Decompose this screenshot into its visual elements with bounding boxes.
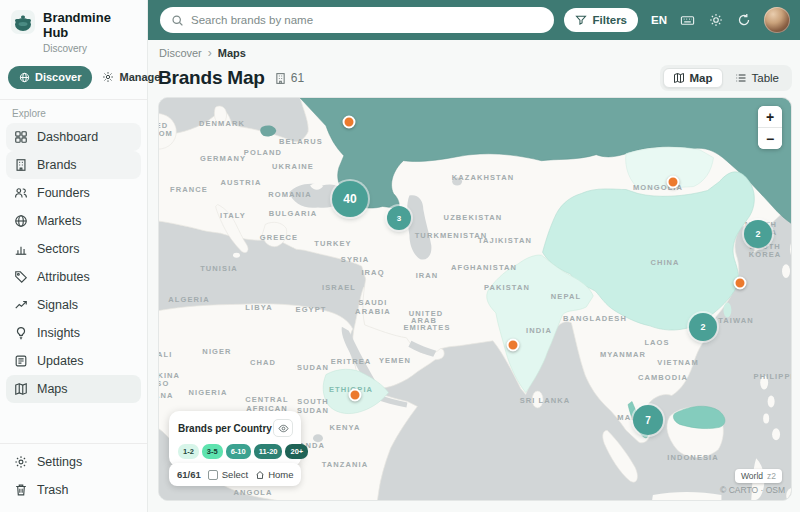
brand-point-marker[interactable] — [734, 277, 747, 290]
app-brand: Brandmine Hub Discovery — [0, 0, 147, 58]
tag-icon — [13, 269, 28, 284]
gear-icon — [102, 71, 114, 83]
home-button[interactable]: Home — [255, 469, 293, 480]
sidebar-item-insights[interactable]: Insights — [6, 319, 141, 347]
legend-class-chip[interactable]: 1-2 — [178, 444, 199, 459]
eye-icon — [278, 423, 289, 434]
scope-label: World — [741, 471, 763, 481]
legend-classes: 1-23-56-1011-2020+ — [178, 444, 293, 459]
keyboard-icon[interactable] — [680, 13, 695, 28]
filters-label: Filters — [593, 14, 628, 26]
sidebar-item-label: Trash — [37, 483, 69, 497]
sidebar-item-trash[interactable]: Trash — [6, 476, 141, 504]
brand-point-marker[interactable] — [667, 176, 680, 189]
sidebar-footer: Settings Trash — [0, 448, 147, 512]
map-icon — [673, 72, 685, 84]
select-toggle[interactable]: Select — [208, 469, 248, 480]
sidebar-item-label: Settings — [37, 455, 82, 469]
brands-map[interactable]: UNITEDKINGDOMDENMARKPOLANDBELARUSGERMANY… — [158, 97, 792, 501]
cluster-marker[interactable]: 2 — [744, 220, 772, 248]
map-view-button[interactable]: Map — [663, 68, 723, 88]
cluster-marker[interactable]: 7 — [633, 405, 663, 435]
legend-class-chip[interactable]: 20+ — [285, 444, 308, 459]
globe-icon — [19, 72, 30, 83]
sidebar-nav: Dashboard Brands Founders Markets Sector… — [0, 121, 147, 405]
refresh-icon[interactable] — [736, 13, 751, 28]
map-view-label: Map — [690, 72, 713, 84]
legend-visibility-button[interactable] — [273, 419, 293, 437]
legend-class-chip[interactable]: 3-5 — [202, 444, 223, 459]
user-avatar[interactable] — [764, 7, 790, 33]
sidebar-item-label: Updates — [37, 354, 84, 368]
zoom-out-button[interactable]: − — [758, 128, 782, 149]
app-subtitle: Discovery — [43, 43, 137, 54]
search-box[interactable] — [160, 7, 554, 33]
discover-mode-button[interactable]: Discover — [8, 66, 92, 89]
globe-icon — [13, 213, 28, 228]
topbar: Filters EN — [148, 0, 800, 40]
sidebar-item-label: Founders — [37, 186, 90, 200]
map-status-bar: 61/61 Select Home — [169, 463, 301, 486]
legend-title: Brands per Country — [178, 423, 272, 434]
trend-icon — [13, 297, 28, 312]
grid-icon — [13, 129, 28, 144]
sidebar-item-founders[interactable]: Founders — [6, 179, 141, 207]
funnel-icon — [575, 14, 587, 26]
building-icon — [13, 157, 28, 172]
search-input[interactable] — [191, 14, 543, 26]
gear-icon — [13, 455, 28, 470]
legend-class-chip[interactable]: 11-20 — [254, 444, 283, 459]
divider — [0, 99, 147, 100]
cluster-marker[interactable]: 2 — [689, 313, 717, 341]
content-area: Discover › Maps Brands Map 61 Map — [148, 40, 800, 512]
sidebar-item-label: Markets — [37, 214, 81, 228]
sidebar-item-label: Signals — [37, 298, 78, 312]
breadcrumb-maps: Maps — [218, 47, 246, 59]
table-view-button[interactable]: Table — [725, 68, 790, 88]
sidebar-item-brands[interactable]: Brands — [6, 151, 141, 179]
cluster-marker[interactable]: 40 — [332, 181, 368, 217]
breadcrumb-discover[interactable]: Discover — [159, 47, 202, 59]
brand-point-marker[interactable] — [349, 389, 362, 402]
search-icon — [171, 14, 184, 27]
brand-count-badge: 61 — [274, 71, 304, 85]
lightbulb-icon — [13, 325, 28, 340]
zoom-level: z2 — [767, 471, 776, 481]
sidebar-item-label: Dashboard — [37, 130, 98, 144]
theme-sun-icon[interactable] — [708, 13, 723, 28]
app-name: Brandmine Hub — [43, 9, 137, 41]
select-checkbox[interactable] — [208, 470, 218, 480]
brand-point-marker[interactable] — [343, 116, 356, 129]
zoom-in-button[interactable]: + — [758, 106, 782, 127]
sidebar-item-markets[interactable]: Markets — [6, 207, 141, 235]
list-icon — [735, 72, 747, 84]
divider — [0, 443, 147, 444]
home-label: Home — [268, 469, 293, 480]
select-label: Select — [222, 469, 248, 480]
sidebar-item-settings[interactable]: Settings — [6, 448, 141, 476]
map-scope-badge: World z2 — [735, 469, 782, 483]
sidebar-item-updates[interactable]: Updates — [6, 347, 141, 375]
explore-section-label: Explore — [0, 104, 147, 121]
sidebar-item-label: Sectors — [37, 242, 79, 256]
language-button[interactable]: EN — [651, 14, 667, 26]
cluster-marker[interactable]: 3 — [387, 206, 411, 230]
sidebar-item-dashboard[interactable]: Dashboard — [6, 123, 141, 151]
trash-icon — [13, 483, 28, 498]
brand-point-marker[interactable] — [507, 339, 520, 352]
news-icon — [13, 353, 28, 368]
map-attribution: © CARTO · OSM — [720, 485, 785, 495]
sidebar-item-attributes[interactable]: Attributes — [6, 263, 141, 291]
sidebar-item-maps[interactable]: Maps — [6, 375, 141, 403]
sidebar-item-sectors[interactable]: Sectors — [6, 235, 141, 263]
brandmine-logo-icon — [10, 9, 36, 35]
building-icon — [274, 72, 287, 85]
legend-class-chip[interactable]: 6-10 — [226, 444, 251, 459]
app-window: Brandmine Hub Discovery Discover Manage … — [0, 0, 800, 512]
view-toggle: Map Table — [660, 65, 793, 91]
sidebar-item-signals[interactable]: Signals — [6, 291, 141, 319]
sidebar-item-label: Brands — [37, 158, 77, 172]
filters-button[interactable]: Filters — [564, 8, 639, 32]
map-legend: Brands per Country 1-23-56-1011-2020+ — [169, 411, 301, 467]
sidebar: Brandmine Hub Discovery Discover Manage … — [0, 0, 148, 512]
